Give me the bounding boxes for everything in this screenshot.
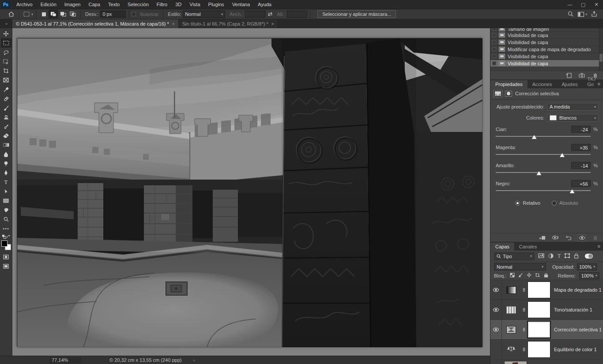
magenta-slider-track[interactable] (496, 153, 598, 158)
layer-name[interactable]: Mapa de degradado 1 (554, 287, 602, 293)
layer-mask-thumbnail[interactable] (528, 281, 550, 298)
visibility-eye-icon[interactable] (490, 320, 502, 339)
colors-select[interactable]: Blancos ▾ (547, 114, 599, 122)
minimize-button[interactable]: — (563, 0, 577, 9)
hand-tool-icon[interactable] (1, 205, 11, 214)
filter-type-layers-icon[interactable]: T (558, 253, 561, 259)
ps-logo[interactable]: Ps (2, 1, 10, 8)
gradient-map-icon[interactable] (506, 286, 516, 294)
add-to-selection-icon[interactable] (49, 10, 58, 19)
menu-ayuda[interactable]: Ayuda (254, 0, 275, 9)
history-scrollbar[interactable] (599, 28, 603, 71)
delete-adjustment-icon[interactable] (592, 235, 599, 241)
search-icon[interactable] (568, 11, 573, 18)
width-input[interactable] (245, 11, 265, 18)
frame-tool-icon[interactable] (1, 75, 11, 85)
antialias-checkbox[interactable] (132, 12, 136, 16)
panel-menu-icon[interactable]: ≡ (598, 81, 600, 86)
new-selection-icon[interactable] (39, 10, 49, 19)
layer-row[interactable]: 8 Mapa de degradado 1 (490, 280, 603, 300)
tab-ajustes[interactable]: Ajustes (557, 80, 582, 88)
new-document-from-state-icon[interactable] (565, 72, 572, 79)
tab-canales[interactable]: Canales (514, 243, 542, 251)
filter-pixel-layers-icon[interactable] (538, 253, 544, 259)
lock-artboard-icon[interactable] (535, 273, 540, 278)
layer-row[interactable]: D541-053 (490, 360, 603, 364)
magenta-value[interactable]: +35 (571, 144, 591, 151)
type-tool-icon[interactable]: T (1, 177, 11, 187)
path-selection-tool-icon[interactable] (1, 187, 11, 196)
menu-texto[interactable]: Texto (104, 0, 124, 9)
history-source-checkbox[interactable] (492, 61, 496, 65)
yellow-slider-track[interactable] (496, 171, 598, 176)
slider-thumb[interactable] (560, 153, 565, 157)
visibility-eye-icon[interactable] (490, 360, 502, 364)
hue-saturation-icon[interactable] (506, 306, 516, 314)
canvas-pasteboard[interactable] (12, 28, 490, 356)
layer-name[interactable]: Corrección selectiva 1 (554, 327, 602, 332)
history-item[interactable]: Modificar capa de mapa de degradado (490, 46, 603, 53)
reset-icon[interactable] (565, 235, 572, 241)
blur-tool-icon[interactable] (1, 150, 11, 159)
relative-radio[interactable]: Relativo (515, 200, 540, 206)
selective-color-icon[interactable] (506, 326, 516, 334)
history-brush-tool-icon[interactable] (1, 122, 11, 131)
lock-transparency-icon[interactable] (510, 273, 515, 278)
menu-imagen[interactable]: Imagen (60, 0, 85, 9)
menu-archivo[interactable]: Archivo (12, 0, 37, 9)
zoom-level-field[interactable]: 77,14% (49, 357, 81, 364)
history-item[interactable]: Visibilidad de capa (490, 53, 603, 60)
filter-shape-layers-icon[interactable] (565, 253, 570, 259)
slider-thumb[interactable] (532, 135, 537, 139)
absolute-radio[interactable]: Absoluto (552, 200, 578, 206)
clip-to-layer-icon[interactable] (539, 235, 546, 241)
view-previous-state-icon[interactable] (552, 235, 559, 241)
layer-row[interactable]: 8 Tono/saturación 1 (490, 300, 603, 320)
history-source-checkbox[interactable] (492, 47, 496, 51)
doc-tab-active[interactable]: © D541-053-1 al 77,1% (Corrección select… (12, 19, 179, 28)
screen-mode-icon[interactable] (1, 262, 11, 271)
subtract-from-selection-icon[interactable] (58, 10, 68, 19)
visibility-eye-empty[interactable] (490, 340, 502, 359)
layer-mask-thumbnail-selected[interactable] (528, 321, 550, 338)
tab-capas[interactable]: Capas (490, 243, 514, 251)
menu-capa[interactable]: Capa (84, 0, 104, 9)
layer-row-selected[interactable]: 8 Corrección selectiva 1 (490, 320, 603, 340)
layer-mask-thumbnail[interactable] (528, 341, 550, 358)
foreground-color-swatch[interactable] (1, 240, 8, 247)
layer-name[interactable]: Equilibrio de color 1 (554, 347, 597, 352)
history-source-checkbox[interactable] (492, 54, 496, 58)
feather-input[interactable] (100, 11, 126, 18)
fill-field[interactable]: 100%▾ (579, 272, 599, 279)
filter-adjustment-layers-icon[interactable] (548, 253, 554, 259)
layer-photo-thumbnail[interactable] (504, 361, 527, 364)
black-value[interactable]: +56 (571, 180, 591, 187)
eraser-tool-icon[interactable] (1, 131, 11, 140)
panel-menu-icon[interactable]: ≡ (598, 244, 600, 249)
maximize-button[interactable]: ▢ (577, 0, 590, 9)
close-tab-icon[interactable]: × (271, 22, 274, 26)
lock-position-icon[interactable] (527, 273, 531, 278)
marquee-tool-preset-icon[interactable] (22, 10, 31, 19)
history-source-checkbox[interactable] (492, 40, 496, 44)
menu-3d[interactable]: 3D (171, 0, 185, 9)
cyan-value[interactable]: -24 (571, 126, 591, 133)
swap-dimensions-icon[interactable] (265, 10, 275, 19)
brush-tool-icon[interactable] (1, 103, 11, 113)
zoom-tool-icon[interactable] (1, 214, 11, 224)
status-chevron-icon[interactable]: › (193, 357, 195, 363)
menu-plugins[interactable]: Plugins (204, 0, 228, 9)
history-item[interactable]: Visibilidad de capa (490, 32, 603, 39)
home-icon[interactable] (6, 10, 16, 19)
slider-thumb[interactable] (536, 171, 541, 175)
crop-tool-icon[interactable] (1, 66, 11, 75)
swap-colors-icon[interactable] (2, 235, 10, 239)
color-balance-icon[interactable] (507, 346, 516, 353)
visibility-eye-icon[interactable] (490, 280, 502, 300)
canvas-photo[interactable] (17, 38, 482, 347)
tab-acciones[interactable]: Acciones (528, 80, 557, 88)
layer-row[interactable]: 8 Equilibrio de color 1 (490, 340, 603, 360)
opacity-field[interactable]: 100%▾ (577, 263, 597, 270)
menu-seleccion[interactable]: Selección (124, 0, 153, 9)
visibility-eye-icon[interactable] (490, 300, 502, 319)
